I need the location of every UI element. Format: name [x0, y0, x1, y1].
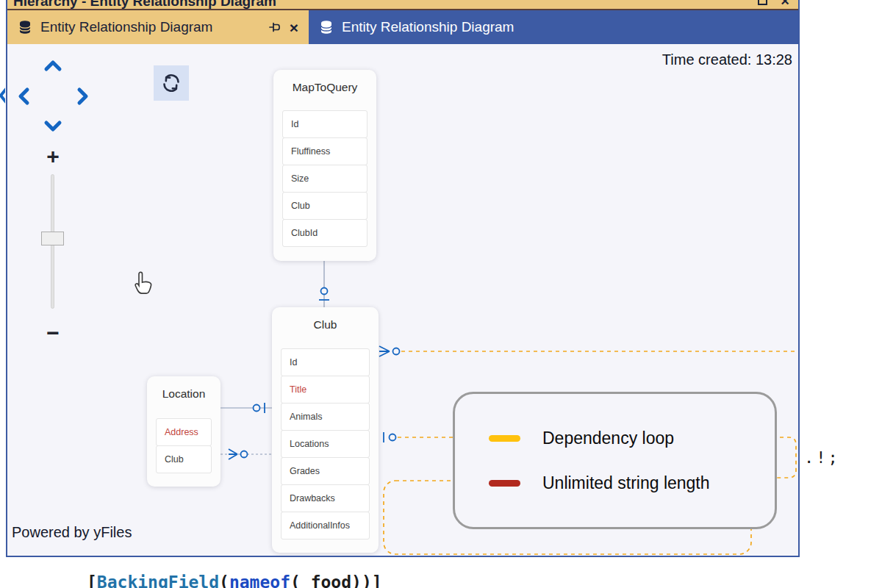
entity-field-row[interactable]: Club: [282, 192, 368, 220]
pan-right-button[interactable]: [74, 86, 91, 107]
entity-field-row[interactable]: ClubId: [282, 219, 368, 247]
powered-by-yfiles-label: Powered by yFiles: [12, 524, 132, 541]
legend-swatch-unlimited-string-length: [489, 480, 520, 487]
entity-field-list: AddressClub: [156, 419, 212, 473]
pin-icon[interactable]: [268, 21, 282, 34]
entity-field-row[interactable]: Address: [156, 418, 212, 446]
entity-field-row[interactable]: Id: [281, 348, 370, 376]
code-token: [: [87, 573, 97, 588]
entity-field-row[interactable]: Locations: [281, 430, 370, 458]
entity-field-row[interactable]: Drawbacks: [281, 484, 370, 512]
entity-node-maptoquery[interactable]: MapToQuery IdFluffinessSizeClubClubId: [273, 70, 376, 261]
entity-title: MapToQuery: [273, 70, 376, 94]
code-token: (_food))]: [290, 573, 382, 588]
entity-node-location[interactable]: Location AddressClub: [147, 376, 220, 487]
entity-field-row[interactable]: Title: [281, 376, 370, 404]
entity-field-row[interactable]: Size: [282, 165, 368, 193]
database-icon: [319, 20, 334, 35]
entity-field-row[interactable]: Club: [156, 445, 212, 473]
entity-field-row[interactable]: Animals: [281, 403, 370, 431]
clipped-chevron-fragment: [0, 85, 5, 106]
entity-field-row[interactable]: Grades: [281, 457, 370, 485]
legend-panel: Dependency loop Unlimited string length: [453, 392, 777, 529]
entity-field-row[interactable]: Id: [282, 110, 368, 138]
legend-item-unlimited-string-length: Unlimited string length: [489, 473, 775, 493]
legend-label: Unlimited string length: [542, 473, 710, 493]
zoom-slider-handle[interactable]: [41, 232, 64, 245]
entity-field-row[interactable]: AdditionalInfos: [281, 512, 370, 539]
entity-field-list: IdTitleAnimalsLocationsGradesDrawbacksAd…: [281, 349, 370, 539]
time-created-label: Time created: 13:28: [662, 51, 792, 68]
tab-bar: Entity Relationship Diagram × Entity Rel…: [7, 10, 798, 44]
maximize-button[interactable]: [758, 0, 767, 5]
pan-down-button[interactable]: [43, 117, 63, 135]
pan-up-button[interactable]: [43, 57, 63, 75]
legend-item-dependency-loop: Dependency loop: [489, 429, 775, 448]
hand-cursor-icon: [132, 270, 154, 297]
tab-entity-relationship-diagram-inactive[interactable]: Entity Relationship Diagram: [309, 10, 524, 44]
legend-label: Dependency loop: [542, 429, 674, 448]
close-window-button[interactable]: ×: [781, 0, 789, 7]
entity-node-club[interactable]: Club IdTitleAnimalsLocationsGradesDrawba…: [272, 307, 379, 553]
tool-window: Hierarchy - Entity Relationship Diagram …: [6, 0, 800, 557]
code-token: BackingField: [97, 573, 219, 588]
entity-title: Club: [272, 307, 379, 331]
code-token: nameof: [229, 573, 290, 588]
entity-field-row[interactable]: Fluffiness: [282, 137, 368, 165]
refresh-icon: [160, 72, 182, 94]
window-buttons: ×: [758, 0, 789, 7]
background-code-line: [BackingField(nameof(_food))]: [87, 573, 382, 588]
zoom-in-button[interactable]: +: [43, 146, 62, 168]
background-code-fragment: .!;: [804, 448, 840, 467]
code-token: (: [219, 573, 229, 588]
tab-label: Entity Relationship Diagram: [342, 19, 514, 35]
zoom-out-button[interactable]: −: [43, 322, 62, 344]
database-icon: [18, 20, 32, 35]
legend-swatch-dependency-loop: [489, 435, 520, 442]
refresh-layout-button[interactable]: [154, 65, 189, 101]
close-tab-icon[interactable]: ×: [290, 20, 298, 35]
pan-left-button[interactable]: [15, 86, 33, 107]
tab-label: Entity Relationship Diagram: [40, 19, 260, 35]
title-bar[interactable]: Hierarchy - Entity Relationship Diagram …: [7, 0, 798, 10]
window-title: Hierarchy - Entity Relationship Diagram: [13, 0, 276, 10]
entity-title: Location: [147, 376, 220, 401]
entity-field-list: IdFluffinessSizeClubClubId: [282, 111, 368, 247]
diagram-canvas[interactable]: Time created: 13:28 + −: [7, 46, 798, 556]
tab-entity-relationship-diagram-active[interactable]: Entity Relationship Diagram ×: [7, 10, 309, 44]
